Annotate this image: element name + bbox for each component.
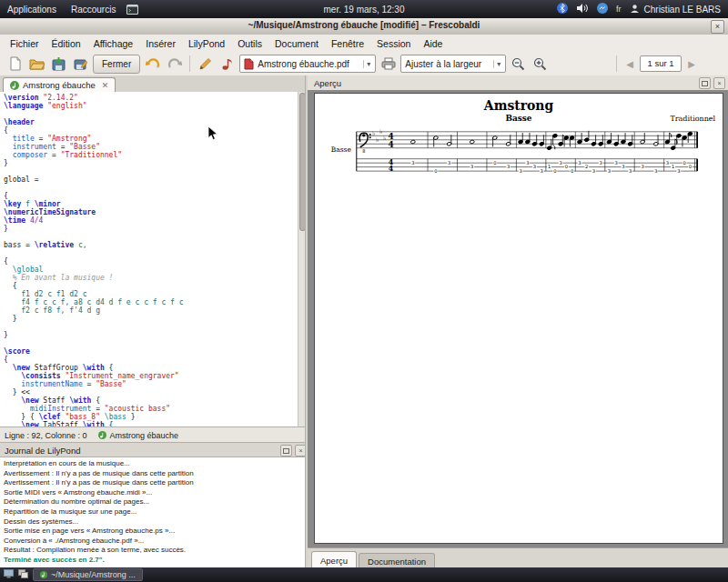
menu-fichier[interactable]: Fichier xyxy=(4,36,46,51)
document-tab[interactable]: Amstrong ébauche ✕ xyxy=(3,77,116,93)
code-line[interactable]: { xyxy=(4,282,301,290)
window-close-button[interactable]: × xyxy=(711,20,724,34)
menu-affichage[interactable]: Affichage xyxy=(87,36,140,51)
code-line[interactable] xyxy=(4,110,301,118)
undo-button[interactable] xyxy=(143,55,162,74)
mouse-cursor xyxy=(207,125,218,142)
code-line[interactable]: global = xyxy=(4,176,301,184)
close-document-button[interactable]: Fermer xyxy=(93,55,140,74)
terminal-launcher-icon[interactable] xyxy=(123,0,141,18)
menu-aide[interactable]: Aide xyxy=(417,36,449,51)
svg-text:Basse: Basse xyxy=(331,146,352,154)
lilypond-log[interactable]: Interprétation en cours de la musique...… xyxy=(0,457,308,570)
print-music-button[interactable] xyxy=(379,55,398,74)
code-line[interactable]: \global xyxy=(4,266,301,274)
code-line[interactable]: f1 d2 c f1 d2 c xyxy=(4,290,301,298)
save-as-button[interactable] xyxy=(71,55,90,74)
code-line[interactable] xyxy=(4,167,301,176)
zoom-out-button[interactable] xyxy=(509,55,528,74)
user-menu[interactable]: Christian LE BARS xyxy=(630,4,724,15)
volume-icon[interactable] xyxy=(576,3,589,15)
menu-lilypond[interactable]: LilyPond xyxy=(182,36,231,51)
save-button[interactable] xyxy=(49,55,68,74)
log-float-button[interactable] xyxy=(280,445,292,457)
svg-text:0: 0 xyxy=(689,164,692,169)
code-line[interactable] xyxy=(4,249,301,257)
code-line[interactable]: \numericTimeSignature xyxy=(4,208,301,216)
keyboard-layout-indicator[interactable]: fr xyxy=(616,5,622,14)
code-line[interactable]: f2 c f8 f, f'4 d g xyxy=(4,306,301,315)
code-line[interactable]: } { \clef "bass_8" \bass } xyxy=(4,413,301,421)
redo-button[interactable] xyxy=(165,55,184,74)
code-line[interactable]: midiInstrument = "acoustic bass" xyxy=(4,405,301,413)
code-line[interactable]: composer = "Traditionnel" xyxy=(4,151,301,159)
code-line[interactable]: \score xyxy=(4,347,301,356)
code-line[interactable]: } xyxy=(4,315,301,323)
window-list-icon[interactable] xyxy=(18,569,28,580)
open-document-button[interactable] xyxy=(27,55,46,74)
preview-float-button[interactable] xyxy=(699,77,711,89)
code-line[interactable]: { xyxy=(4,192,301,200)
preview-close-button[interactable]: × xyxy=(713,77,725,89)
show-desktop-icon[interactable] xyxy=(4,569,14,580)
svg-text:4: 4 xyxy=(389,140,394,149)
menu-fenetre[interactable]: Fenêtre xyxy=(325,36,370,51)
zoom-in-button[interactable] xyxy=(531,55,550,74)
code-line[interactable]: { xyxy=(4,126,301,135)
frescobaldi-window: ~/Musique/Amstrong ébauche [modifié] – F… xyxy=(0,18,728,567)
network-icon[interactable] xyxy=(597,3,608,15)
svg-text:3: 3 xyxy=(470,164,473,169)
code-line[interactable]: \new Staff \with { xyxy=(4,396,301,405)
places-menu[interactable]: Raccourcis xyxy=(64,0,123,18)
code-line[interactable] xyxy=(4,323,301,331)
code-line[interactable] xyxy=(4,184,301,192)
code-line[interactable]: instrument = "Basse" xyxy=(4,143,301,151)
panel-tab-apercu[interactable]: Aperçu xyxy=(311,551,357,568)
code-line[interactable]: { xyxy=(4,356,301,364)
code-line[interactable]: } << xyxy=(4,388,301,396)
menu-session[interactable]: Session xyxy=(370,36,417,51)
titlebar[interactable]: ~/Musique/Amstrong ébauche [modifié] – F… xyxy=(0,18,728,35)
current-document-indicator[interactable]: Amstrong ébauche xyxy=(98,431,179,440)
code-line[interactable]: bass = \relative c, xyxy=(4,241,301,249)
code-line[interactable] xyxy=(4,339,301,347)
menu-outils[interactable]: Outils xyxy=(231,36,268,51)
code-line[interactable]: title = "Amstrong" xyxy=(4,135,301,143)
menu-edition[interactable]: Édition xyxy=(46,36,87,51)
panel-tab-documentation[interactable]: Documentation xyxy=(359,553,435,568)
code-line[interactable]: \version "2.14.2" xyxy=(4,94,301,102)
bluetooth-icon[interactable] xyxy=(557,3,568,15)
code-line[interactable]: % En avant la musique ! xyxy=(4,274,301,282)
code-line[interactable]: { xyxy=(4,257,301,266)
code-line[interactable]: \header xyxy=(4,118,301,126)
code-editor[interactable]: \version "2.14.2"\language "english" \he… xyxy=(0,92,301,428)
svg-text:4: 4 xyxy=(389,165,394,173)
code-line[interactable]: instrumentName = "Basse" xyxy=(4,380,301,388)
new-document-button[interactable] xyxy=(5,55,25,74)
menu-inserer[interactable]: Insérer xyxy=(139,36,182,51)
music-document-combo[interactable]: Amstrong ébauche.pdf ▾ xyxy=(239,55,376,73)
code-line[interactable]: \consists "Instrument_name_engraver" xyxy=(4,372,301,380)
taskbar-window-button[interactable]: ~/Musique/Amstrong ... xyxy=(33,568,143,581)
page-number-field[interactable]: 1 sur 1 xyxy=(640,55,682,72)
menu-document[interactable]: Document xyxy=(268,36,325,51)
score-page[interactable]: AmstrongBasseTraditionnelBasse8♭♭♭♭44443… xyxy=(314,93,723,544)
svg-text:3: 3 xyxy=(677,168,680,174)
previous-page-button[interactable]: ◀ xyxy=(622,59,637,69)
code-line[interactable]: } xyxy=(4,331,301,339)
engrave-button[interactable] xyxy=(217,55,237,74)
code-line[interactable]: \time 4/4 xyxy=(4,216,301,225)
code-line[interactable]: \language "english" xyxy=(4,102,301,110)
edit-in-place-button[interactable] xyxy=(196,55,215,74)
taskbar-window-label: ~/Musique/Amstrong ... xyxy=(51,570,136,579)
code-line[interactable]: } xyxy=(4,159,301,167)
code-line[interactable]: } xyxy=(4,225,301,233)
tab-close-icon[interactable]: ✕ xyxy=(102,81,109,90)
next-page-button[interactable]: ▶ xyxy=(684,59,699,69)
code-line[interactable]: \new StaffGroup \with { xyxy=(4,364,301,372)
applications-menu[interactable]: Applications xyxy=(0,0,64,18)
zoom-combo[interactable]: Ajuster à la largeur ▾ xyxy=(400,55,506,73)
code-line[interactable]: \key f \minor xyxy=(4,200,301,208)
code-line[interactable] xyxy=(4,233,301,241)
code-line[interactable]: f4 f c c f, a8 c d4 d f e c c f c f c xyxy=(4,298,301,306)
